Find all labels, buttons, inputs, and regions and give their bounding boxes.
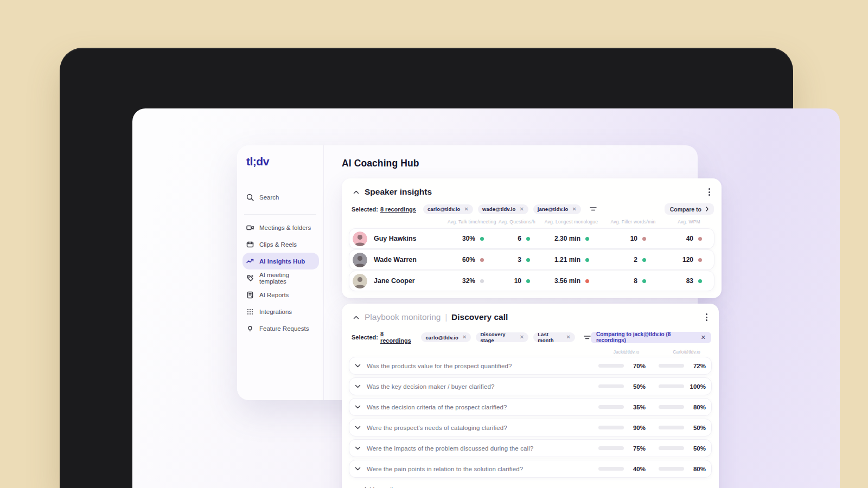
collapse-button[interactable] (350, 312, 361, 323)
metric-cell-wpm: 120 (664, 256, 715, 264)
filter-button[interactable] (584, 335, 591, 341)
status-dot (480, 258, 484, 262)
progress-bar (598, 364, 624, 368)
chevron-down-icon (355, 364, 361, 368)
report-document-icon (246, 291, 254, 299)
sidebar-item-clips-reels[interactable]: Clips & Reels (242, 236, 319, 253)
question-text: Was the products value for the prospect … (367, 363, 512, 369)
comparison-bar-left: 75% (598, 445, 646, 452)
speaker-row[interactable]: Guy Hawkins 30% 6 2.30 min 10 40 (349, 228, 714, 249)
panel-title: Discovery call (451, 312, 508, 322)
filter-button[interactable] (590, 206, 597, 212)
video-camera-icon (246, 224, 254, 232)
progress-bar (598, 384, 624, 388)
sidebar-item-ai-insights-hub[interactable]: AI Insights Hub (242, 253, 319, 269)
kebab-menu-button[interactable] (700, 311, 712, 323)
sidebar-item-integrations[interactable]: Integrations (242, 303, 319, 320)
chip-label: jane@tldv.io (538, 206, 569, 212)
filter-chip[interactable]: jane@tldv.io✕ (533, 204, 581, 214)
percentage-value: 80% (688, 466, 706, 472)
column-header: Avg. Longest monologue (540, 219, 603, 224)
speaker-row[interactable]: Jane Cooper 32% 10 3.56 min 8 83 (349, 271, 714, 291)
metric-value: 3.56 min (554, 277, 580, 285)
clapperboard-icon (246, 241, 254, 248)
question-row[interactable]: Was the decision criteria of the prospec… (349, 398, 712, 416)
question-row[interactable]: Were the prospect's needs of cataloging … (349, 419, 712, 436)
progress-bar (598, 446, 624, 450)
status-dot (585, 237, 589, 241)
question-row[interactable]: Were the pain points in relation to the … (349, 460, 712, 478)
filter-chip[interactable]: carlo@tldv.io✕ (421, 332, 471, 342)
status-dot (698, 258, 702, 262)
panel-title: Speaker insights (365, 187, 432, 197)
metric-value: 6 (505, 235, 521, 242)
search-input[interactable]: Search (242, 191, 318, 204)
status-dot (526, 237, 530, 241)
add-question-button[interactable]: + Add question (350, 482, 400, 488)
sidebar-item-label: AI Reports (259, 292, 289, 298)
metric-cell-talk-time: 60% (448, 256, 495, 264)
metric-value: 120 (677, 256, 693, 264)
collapse-button[interactable] (350, 187, 361, 197)
percentage-value: 50% (628, 383, 646, 390)
chip-label: Last month (538, 331, 562, 343)
close-icon[interactable]: ✕ (520, 335, 524, 340)
question-row[interactable]: Was the products value for the prospect … (349, 357, 712, 375)
sidebar-item-ai-reports[interactable]: AI Reports (242, 286, 319, 303)
comparing-to-chip[interactable]: Comparing to jack@tldv.io (8 recordings)… (591, 332, 711, 343)
question-row[interactable]: Were the impacts of the problem discusse… (349, 439, 712, 457)
selected-label: Selected: (352, 334, 378, 341)
panel-title-muted: Playbook monitoring (365, 312, 441, 322)
chip-label: Discovery stage (480, 331, 515, 343)
filter-chip[interactable]: wade@tldv.io✕ (478, 204, 528, 214)
question-text: Were the pain points in relation to the … (367, 466, 523, 472)
close-icon[interactable]: ✕ (464, 207, 469, 212)
close-icon[interactable]: ✕ (519, 207, 524, 212)
question-text: Was the key decision maker / buyer clari… (367, 383, 494, 390)
speaker-row[interactable]: Wade Warren 60% 3 1.21 min 2 120 (349, 249, 714, 270)
title-separator: | (445, 313, 447, 322)
speaker-filter-chips: carlo@tldv.io✕ wade@tldv.io✕ jane@tldv.i… (423, 204, 581, 214)
close-icon[interactable]: ✕ (572, 207, 577, 212)
selected-recordings-link[interactable]: 8 recordings (380, 331, 414, 344)
sidebar-item-label: Feature Requests (259, 325, 309, 332)
close-icon[interactable]: ✕ (701, 334, 706, 341)
laptop-screen: tl;dv Search Meetings & folders (132, 108, 840, 488)
percentage-value: 35% (628, 404, 646, 410)
close-icon[interactable]: ✕ (462, 335, 467, 340)
page-title: AI Coaching Hub (342, 158, 419, 169)
speaker-name: Guy Hawkins (374, 235, 417, 242)
status-dot (642, 237, 646, 241)
plus-icon: + (350, 486, 355, 488)
metric-cell-wpm: 40 (664, 235, 715, 242)
column-header: Avg. Questions/h (494, 219, 540, 224)
person-silhouette-icon (353, 232, 367, 246)
sidebar-item-ai-meeting-templates[interactable]: AI meeting templates (242, 269, 319, 286)
metric-cell-talk-time: 32% (448, 277, 495, 285)
comparison-bar-left: 50% (598, 383, 646, 390)
sidebar-item-label: AI Insights Hub (259, 258, 305, 265)
compare-to-button[interactable]: Compare to (665, 203, 714, 215)
question-row[interactable]: Was the key decision maker / buyer clari… (349, 377, 712, 395)
progress-bar (659, 467, 684, 471)
filter-chip[interactable]: Discovery stage✕ (476, 332, 528, 342)
filter-chip[interactable]: Last month✕ (533, 332, 575, 342)
chevron-down-icon (355, 446, 361, 450)
comparison-bar-right: 80% (659, 404, 706, 410)
selected-recordings-link[interactable]: 8 recordings (380, 206, 416, 213)
playbook-monitoring-panel: Playbook monitoring | Discovery call Sel… (342, 304, 719, 488)
progress-bar (659, 364, 684, 368)
filter-chip[interactable]: carlo@tldv.io✕ (423, 204, 473, 214)
percentage-value: 100% (688, 383, 706, 390)
sidebar-item-feature-requests[interactable]: Feature Requests (242, 320, 319, 337)
sidebar-item-meetings-folders[interactable]: Meetings & folders (242, 219, 319, 236)
status-dot (642, 258, 646, 262)
kebab-menu-button[interactable] (703, 186, 715, 198)
sidebar-divider (244, 214, 316, 215)
close-icon[interactable]: ✕ (566, 335, 571, 340)
selected-label: Selected: (352, 206, 378, 213)
status-dot (480, 237, 484, 241)
comparing-to-label: Comparing to jack@tldv.io (8 recordings) (596, 331, 696, 343)
speaker-panel-header: Speaker insights (350, 185, 715, 198)
metric-cell-filler-words: 10 (603, 235, 664, 242)
